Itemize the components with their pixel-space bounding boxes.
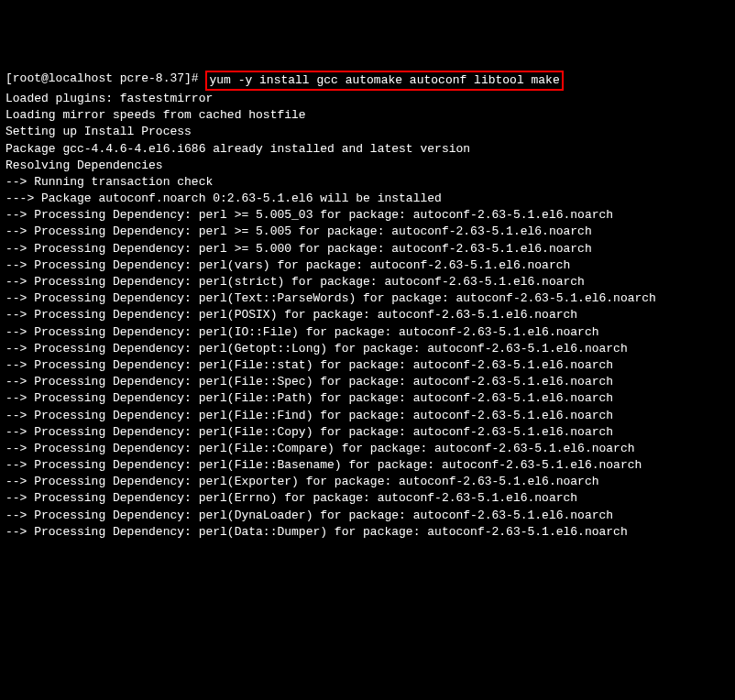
terminal-window[interactable]: [root@localhost pcre-8.37]# yum -y insta… — [5, 71, 730, 541]
output-line: --> Processing Dependency: perl(File::Fi… — [5, 408, 730, 424]
output-line: Loading mirror speeds from cached hostfi… — [5, 107, 730, 124]
output-line: --> Processing Dependency: perl >= 5.005… — [5, 207, 730, 224]
command-text: yum -y install gcc automake autoconf lib… — [209, 73, 559, 87]
command-highlight: yum -y install gcc automake autoconf lib… — [205, 71, 563, 91]
output-line: --> Processing Dependency: perl(File::Co… — [5, 424, 730, 441]
output-line: --> Processing Dependency: perl(vars) fo… — [5, 257, 730, 274]
output-line: --> Processing Dependency: perl(Getopt::… — [5, 341, 730, 357]
output-line: --> Processing Dependency: perl(File::Sp… — [5, 374, 730, 390]
output-line: --> Processing Dependency: perl(Data::Du… — [5, 524, 730, 541]
output-line: --> Processing Dependency: perl(DynaLoad… — [5, 508, 730, 524]
output-line: --> Processing Dependency: perl(File::Ba… — [5, 457, 730, 474]
shell-prompt: [root@localhost pcre-8.37]# — [5, 71, 205, 87]
output-line: --> Processing Dependency: perl(POSIX) f… — [5, 307, 730, 323]
output-line: --> Processing Dependency: perl(strict) … — [5, 274, 730, 290]
output-line: --> Processing Dependency: perl >= 5.000… — [5, 241, 730, 257]
output-line: --> Running transaction check — [5, 174, 730, 191]
output-line: --> Processing Dependency: perl(File::Pa… — [5, 390, 730, 407]
output-line: --> Processing Dependency: perl(Exporter… — [5, 474, 730, 490]
output-line: Package gcc-4.4.6-4.el6.i686 already ins… — [5, 141, 730, 158]
output-line: --> Processing Dependency: perl(Text::Pa… — [5, 290, 730, 307]
output-line: --> Processing Dependency: perl >= 5.005… — [5, 224, 730, 240]
output-line: Loaded plugins: fastestmirror — [5, 91, 730, 107]
output-line: --> Processing Dependency: perl(IO::File… — [5, 324, 730, 341]
output-line: Resolving Dependencies — [5, 158, 730, 174]
output-line: --> Processing Dependency: perl(File::st… — [5, 357, 730, 374]
output-line: Setting up Install Process — [5, 124, 730, 140]
output-line: --> Processing Dependency: perl(Errno) f… — [5, 490, 730, 507]
output-line: ---> Package autoconf.noarch 0:2.63-5.1.… — [5, 191, 730, 207]
output-line: --> Processing Dependency: perl(File::Co… — [5, 441, 730, 457]
